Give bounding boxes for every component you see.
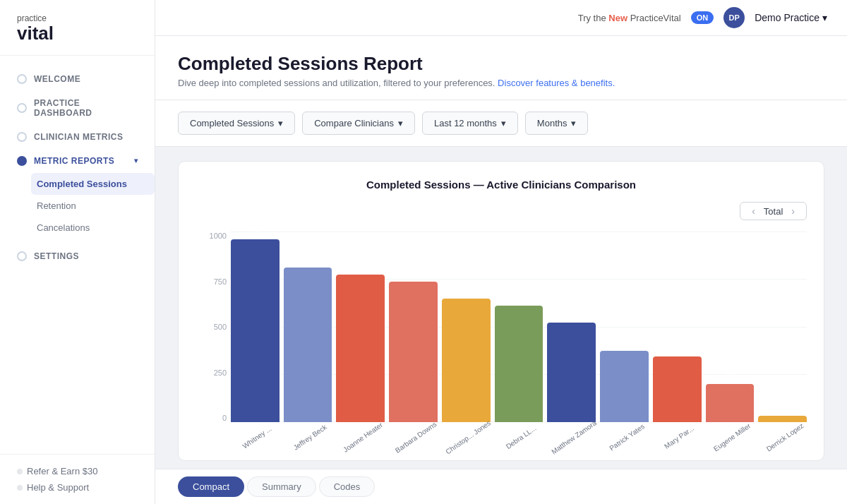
refer-earn-link[interactable]: Refer & Earn $30 xyxy=(17,466,138,476)
bar: 358 xyxy=(653,356,702,422)
bar-value-label: 672 xyxy=(459,286,472,294)
chevron-down-icon: ▾ xyxy=(134,157,138,164)
tab-compact[interactable]: Compact xyxy=(178,476,244,497)
bar-value-label: 802 xyxy=(354,262,367,270)
bar-x-label: Debra LL... xyxy=(505,424,538,450)
y-axis: 02505007501000 xyxy=(196,232,227,443)
toggle-pill[interactable]: ON xyxy=(691,11,714,24)
bar: 388 xyxy=(600,351,649,422)
bar-group[interactable]: 358Mary Par... xyxy=(653,239,702,422)
chart-title: Completed Sessions — Active Clinicians C… xyxy=(196,179,807,191)
discover-link[interactable]: Discover features & benefits. xyxy=(498,78,615,88)
avatar: DP xyxy=(723,7,745,28)
bar-x-label: Mary Par... xyxy=(663,424,695,450)
bar-group[interactable]: 207Eugene Miller xyxy=(706,239,755,422)
bar-group[interactable]: 388Patrick Yates xyxy=(600,239,649,422)
filter-period[interactable]: Last 12 months ▾ xyxy=(422,112,518,135)
sidebar-item-settings[interactable]: SETTINGS xyxy=(0,244,155,268)
y-axis-label: 750 xyxy=(196,277,227,286)
sidebar-item-practice-dashboard[interactable]: PRACTICE DASHBOARD xyxy=(0,91,155,125)
bar-value-label: 841 xyxy=(301,255,314,263)
filter-compare[interactable]: Compare Clinicians ▾ xyxy=(302,112,415,135)
bar-group[interactable]: 841Jeffrey Beck xyxy=(284,239,332,422)
nav-circle-settings xyxy=(17,251,27,261)
sidebar-item-completed-sessions[interactable]: Completed Sessions xyxy=(31,173,155,195)
sidebar-item-metric-reports[interactable]: METRIC REPORTS ▾ xyxy=(0,149,155,173)
refer-dot-icon xyxy=(17,469,23,474)
bar-value-label: 388 xyxy=(618,338,630,347)
bar-x-label: Eugene Miller xyxy=(712,421,752,452)
tab-codes[interactable]: Codes xyxy=(319,476,376,497)
chevron-down-icon: ▾ xyxy=(571,118,576,128)
nav-circle-dashboard xyxy=(17,103,27,113)
bar: 672 xyxy=(442,299,491,422)
bars-container: 997Whitney ...841Jeffrey Beck802Joanne H… xyxy=(231,232,807,443)
y-axis-label: 0 xyxy=(196,414,227,422)
filters-bar: Completed Sessions ▾ Compare Clinicians … xyxy=(155,100,847,147)
main-content: Try the New PracticeVital ON DP Demo Pra… xyxy=(155,0,847,504)
bar-x-label: Whitney ... xyxy=(241,424,273,450)
bar-x-label: Jeffrey Beck xyxy=(292,423,328,451)
logo-area: practice vital xyxy=(0,0,155,56)
sidebar-item-cancelations[interactable]: Cancelations xyxy=(37,217,155,239)
sidebar-item-retention[interactable]: Retention xyxy=(37,195,155,217)
bar-x-label: Patrick Yates xyxy=(608,422,646,452)
bar-value-label: 33 xyxy=(779,403,787,412)
new-badge-text: Try the New PracticeVital xyxy=(578,13,681,23)
bar-value-label: 764 xyxy=(407,269,419,277)
chevron-down-icon: ▾ xyxy=(398,118,403,128)
y-axis-label: 1000 xyxy=(196,232,227,240)
y-axis-label: 500 xyxy=(196,323,227,331)
bar: 636 xyxy=(495,306,543,422)
chevron-down-icon: ▾ xyxy=(822,12,827,23)
prev-arrow-icon[interactable]: ‹ xyxy=(749,205,758,217)
bar: 997 xyxy=(231,239,280,422)
sidebar: practice vital WELCOME PRACTICE DASHBOAR… xyxy=(0,0,155,504)
sidebar-item-settings-label: SETTINGS xyxy=(34,251,79,261)
chevron-down-icon: ▾ xyxy=(501,118,506,128)
bar-group[interactable]: 636Debra LL... xyxy=(495,239,543,422)
chart-nav-pill: ‹ Total › xyxy=(740,202,807,220)
bar-group[interactable]: 802Joanne Heater xyxy=(336,239,385,422)
sidebar-item-clinician-metrics[interactable]: CLINICIAN METRICS xyxy=(0,125,155,149)
next-arrow-icon[interactable]: › xyxy=(788,205,798,217)
bar-group[interactable]: 33Derrick Lopez xyxy=(758,239,807,422)
help-support-link[interactable]: Help & Support xyxy=(17,482,138,493)
bar-group[interactable]: 542Matthew Zamora xyxy=(547,239,596,422)
new-highlight: New xyxy=(608,13,627,23)
bar-group[interactable]: 672Christop... Jones xyxy=(442,239,491,422)
chart-card: Completed Sessions — Active Clinicians C… xyxy=(178,161,824,461)
y-axis-label: 250 xyxy=(196,368,227,377)
bar-x-label: Barbara Downs xyxy=(393,420,438,455)
sidebar-footer: Refer & Earn $30 Help & Support xyxy=(0,454,155,504)
sidebar-item-welcome-label: WELCOME xyxy=(34,74,80,84)
bar-value-label: 997 xyxy=(248,227,261,235)
help-support-label: Help & Support xyxy=(27,482,89,493)
page-title: Completed Sessions Report xyxy=(178,53,824,75)
tab-summary[interactable]: Summary xyxy=(247,476,316,497)
topbar: Try the New PracticeVital ON DP Demo Pra… xyxy=(155,0,847,36)
page-header: Completed Sessions Report Dive deep into… xyxy=(155,36,847,100)
chevron-down-icon: ▾ xyxy=(278,118,283,128)
bar-x-label: Matthew Zamora xyxy=(550,419,598,455)
bar-value-label: 207 xyxy=(723,371,736,380)
nav-circle-clinician xyxy=(17,132,27,142)
sidebar-item-clinician-label: CLINICIAN METRICS xyxy=(34,132,124,142)
chart-nav-label: Total xyxy=(764,206,783,217)
bar: 802 xyxy=(336,275,385,422)
bar-x-label: Joanne Heater xyxy=(342,421,384,454)
sidebar-item-metric-label: METRIC REPORTS xyxy=(34,156,114,166)
filter-granularity[interactable]: Months ▾ xyxy=(525,112,589,135)
filter-metric[interactable]: Completed Sessions ▾ xyxy=(178,112,295,135)
main-nav: WELCOME PRACTICE DASHBOARD CLINICIAN MET… xyxy=(0,56,155,454)
bar-value-label: 542 xyxy=(565,310,578,318)
bottom-tabs: CompactSummaryCodes xyxy=(155,469,847,504)
sidebar-item-welcome[interactable]: WELCOME xyxy=(0,67,155,91)
bar-group[interactable]: 997Whitney ... xyxy=(231,239,280,422)
bar-x-label: Derrick Lopez xyxy=(764,421,805,452)
nav-circle-welcome xyxy=(17,74,27,84)
bar-group[interactable]: 764Barbara Downs xyxy=(389,239,438,422)
org-name[interactable]: Demo Practice ▾ xyxy=(755,12,827,23)
bar: 542 xyxy=(547,323,596,422)
refer-earn-label: Refer & Earn $30 xyxy=(27,466,97,476)
